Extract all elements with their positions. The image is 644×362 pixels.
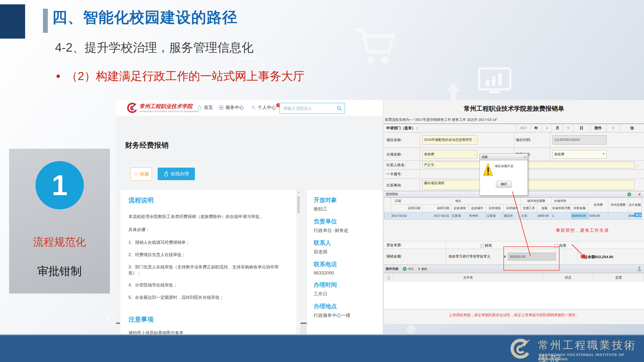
- sub-header: 起程日期: [391, 204, 422, 212]
- red-annotation: 事前管控，避免工作失误: [556, 227, 609, 233]
- nav-home-label: 首页: [204, 104, 213, 111]
- row-checkbox[interactable]: ✓: [385, 214, 388, 218]
- search-box[interactable]: 请输入流程进入: [280, 103, 345, 114]
- day-value: 9: [563, 124, 573, 132]
- footer-logo-icon: [508, 338, 532, 360]
- page-title: 四、智能化校园建设的路径: [52, 7, 238, 27]
- info-value: 86332090: [314, 270, 383, 276]
- divider: [125, 160, 377, 160]
- portal-logo-cn: 常州工程职业技术学院: [139, 103, 192, 110]
- info-label: 联系电话: [314, 260, 383, 268]
- info-label: 办理地点: [314, 302, 383, 310]
- group-header: 合计金额: [628, 198, 642, 212]
- search-icon[interactable]: [336, 105, 342, 111]
- portal-logo-en: CHANGZHOU VOCATIONAL INSTITUTE OF ENGINE…: [139, 110, 199, 113]
- close-icon[interactable]: ×: [524, 155, 526, 159]
- select-col: [384, 198, 391, 212]
- browse-icon[interactable]: …: [473, 153, 476, 156]
- process-panel: 流程说明 本流程处理全院教职工各类经费报销（差旅费除外）的在线申请与审批。 具体…: [120, 189, 301, 338]
- info-panel: 开放对象 教职工 负责单位 行政单位 -财务处 联系人 邵老师 联系电话 863…: [307, 189, 383, 338]
- portal-body: 财务经费报销 ☆ 收藏 在线办理 流程说明 本流程处理全院教职工各类经费报销（差…: [116, 116, 383, 323]
- step-box: 1 流程规范化 审批钳制: [9, 149, 110, 294]
- attachment-table: 文件名 状态 进度: [384, 273, 644, 282]
- nav-service-label: 服务中心: [226, 104, 244, 111]
- day-label: 日: [573, 124, 590, 132]
- attach-delete-icon[interactable]: X: [418, 267, 420, 271]
- mouse-cursor-icon: [164, 171, 168, 177]
- favorite-button[interactable]: ☆ 收藏: [131, 168, 152, 181]
- chevron-down-icon[interactable]: ▼: [602, 153, 605, 155]
- bullet-line: （2）构建满足行政工作的一站式网上事务大厅: [56, 68, 304, 84]
- scroll-thumb[interactable]: [297, 196, 300, 213]
- nav-service-center[interactable]: 服务中心: [218, 104, 244, 111]
- warning-dialog: 提醒 × 项目余额不足 确定: [480, 154, 528, 195]
- step-number-circle: 1: [36, 161, 84, 209]
- attach-delete-label[interactable]: 删除: [421, 267, 427, 271]
- add-row-icon[interactable]: +: [627, 192, 631, 196]
- notes-heading: 注意事项: [128, 315, 289, 324]
- scroll-up-icon[interactable]: ▲: [297, 190, 300, 193]
- traveler-field[interactable]: 严正宇,: [422, 162, 634, 168]
- delete-row-icon[interactable]: X: [638, 192, 640, 196]
- portal-screenshot: 常州工程职业技术学院 CHANGZHOU VOCATIONAL INSTITUT…: [116, 100, 383, 324]
- footer-warning-text: 上传原始单据，保证单据的真实合法性，保证上传单据与实际报销单据的一致性。: [384, 313, 644, 317]
- process-heading: 流程说明: [128, 196, 289, 204]
- finance-checkbox[interactable]: ✓: [480, 244, 484, 248]
- sub-header: 伙食补助天数: [552, 204, 571, 212]
- attach-label: 附件: [590, 124, 606, 132]
- project-code-label: 项目代码: [516, 138, 530, 142]
- online-handle-button[interactable]: 在线办理: [158, 168, 195, 180]
- attach-add-label[interactable]: 增加: [408, 267, 414, 271]
- project-name-label: 项目名称:: [386, 138, 402, 142]
- subitem-field[interactable]: 差旅费 …: [422, 150, 478, 159]
- browse-icon[interactable]: …: [636, 163, 643, 167]
- group-header: 日期: [391, 198, 451, 204]
- attach-col-progress: 进度: [594, 273, 644, 282]
- info-value: 行政单位 -财务处: [314, 227, 383, 234]
- project-name-field[interactable]: 2016年输配电价改动态进展研究 …: [422, 135, 478, 145]
- title-accent-bar: [43, 9, 48, 33]
- detail-bar-title: 报销明细: [384, 192, 398, 196]
- anchor-icon[interactable]: [637, 266, 642, 271]
- info-label: 联系人: [314, 239, 383, 247]
- budget-select[interactable]: 差旅费 ▼: [552, 150, 606, 159]
- info-label: 办理时间: [314, 281, 383, 289]
- portal-header: 常州工程职业技术学院 CHANGZHOU VOCATIONAL INSTITUT…: [116, 100, 383, 116]
- traveler-label: 出差人姓名:: [386, 163, 406, 167]
- finance-label: 财政: [485, 243, 492, 247]
- favorite-label: 收藏: [140, 171, 149, 177]
- sub-header: 金额: [537, 204, 552, 212]
- red-highlight-rect: [504, 246, 560, 271]
- scrollbar[interactable]: ▲: [296, 190, 300, 337]
- portal-logo-icon: [126, 102, 138, 114]
- reimbursement-form: 常州工程职业技术学院差旅费报销单 前置流程实例为----“2017年度学校财务工…: [384, 100, 644, 324]
- home-icon: [197, 105, 202, 110]
- project-code-field[interactable]: 11130200116043: [552, 135, 606, 145]
- reason-field[interactable]: 横向项目调研: [422, 180, 634, 190]
- form-header-row: 申请部门（盖章）： 2017 年 3 月 9 日 附件 0 张: [384, 124, 644, 132]
- group-header: 市内交通费: [608, 198, 628, 212]
- process-step: 1、报销人在线填写经费报销单；: [128, 239, 289, 245]
- attach-add-icon[interactable]: +: [403, 267, 407, 271]
- process-step: 2、经费项目负责人在线审批；: [128, 252, 289, 258]
- star-icon: ☆: [134, 171, 138, 177]
- browse-icon[interactable]: …: [473, 138, 476, 142]
- attachment-empty-area: [384, 282, 644, 309]
- nav-home[interactable]: 首页: [197, 104, 213, 111]
- info-value: 教职工: [314, 206, 383, 212]
- attach-col-filename: 文件名: [393, 273, 542, 282]
- paperclip-icon: [387, 275, 390, 280]
- nav-personal-center[interactable]: 个人中心 1: [251, 104, 280, 111]
- footer-bar: 常州工程職業技術學院 CHANGZHOU VOCATIONAL INSTITUT…: [0, 334, 644, 362]
- sub-header: 返程日期: [422, 204, 451, 212]
- card-number-label: 一卡通号:: [386, 172, 402, 177]
- subtitle: 4-2、提升学校治理，服务管理信息化: [55, 39, 254, 56]
- ok-button[interactable]: 确定: [496, 181, 512, 188]
- show-button[interactable]: 显示: [634, 213, 642, 217]
- attach-unit: 张: [620, 124, 644, 132]
- search-placeholder: 请输入流程进入: [280, 106, 336, 111]
- detail-row[interactable]: ✓ 2017-03-02 2017-03-31 江苏省 常州市 江苏省 南京市 …: [384, 212, 642, 220]
- amount-label: 报销金额:: [384, 249, 446, 265]
- grid-icon: [218, 105, 224, 110]
- slide: 四、智能化校园建设的路径 4-2、提升学校治理，服务管理信息化 （2）构建满足行…: [0, 0, 644, 362]
